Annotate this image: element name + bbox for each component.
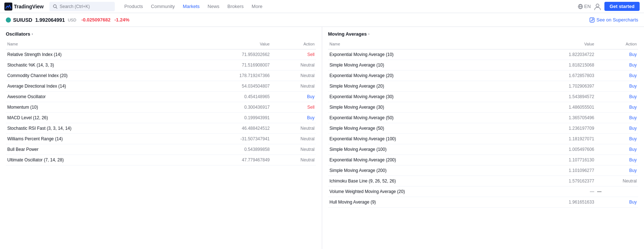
oscillators-chevron: › (32, 32, 33, 36)
osc-name: Ultimate Oscillator (7, 14, 28) (6, 155, 183, 165)
nav-link-more[interactable]: More (248, 2, 266, 11)
ma-value: 1.961651633 (524, 197, 596, 208)
ma-row: Simple Moving Average (10) 1.818215068 B… (328, 60, 638, 71)
ticker-bar: SUIUSD 1.992064991 USD -0.025097682 -1.2… (0, 13, 644, 27)
ma-row: Exponential Moving Average (20) 1.672857… (328, 71, 638, 81)
ma-action: Buy (596, 144, 638, 155)
osc-action: Buy (271, 92, 316, 102)
oscillator-row: Bull Bear Power 0.543899858 Neutral (6, 144, 316, 155)
oscillator-row: Commodity Channel Index (20) 178.7192473… (6, 71, 316, 81)
ma-name: Hull Moving Average (9) (328, 197, 524, 208)
svg-line-2 (56, 7, 57, 8)
nav-link-markets[interactable]: Markets (179, 2, 203, 11)
nav-link-community[interactable]: Community (147, 2, 179, 11)
osc-action: Sell (271, 102, 316, 113)
ticker-coin-icon (6, 17, 11, 23)
ma-value: 1.236197709 (524, 123, 596, 134)
osc-name: Average Directional Index (14) (6, 81, 183, 92)
tradingview-logo-icon (4, 3, 12, 11)
nav-link-news[interactable]: News (204, 2, 223, 11)
ma-name: Simple Moving Average (30) (328, 102, 524, 113)
ma-name: Simple Moving Average (10) (328, 60, 524, 71)
ma-name: Volume Weighted Moving Average (20) (328, 186, 524, 197)
ticker-change: -0.025097682 -1.24% (81, 17, 129, 23)
language-button[interactable]: EN (578, 4, 591, 9)
ma-value: 1.702906397 (524, 81, 596, 92)
ma-value: 1.365705496 (524, 113, 596, 123)
osc-action: Neutral (271, 71, 316, 81)
osc-col-value: Value (183, 40, 271, 49)
oscillator-row: Stochastic %K (14, 3, 3) 71.516908007 Ne… (6, 60, 316, 71)
ma-action: Buy (596, 165, 638, 176)
ma-value: 1.543894572 (524, 92, 596, 102)
ma-row: Simple Moving Average (200) 1.101096277 … (328, 165, 638, 176)
ma-action: Buy (596, 92, 638, 102)
nav-link-products[interactable]: Products (121, 2, 146, 11)
logo[interactable]: TradingView (4, 3, 44, 11)
osc-action: Neutral (271, 81, 316, 92)
ma-row: Exponential Moving Average (10) 1.822034… (328, 49, 638, 60)
get-started-button[interactable]: Get started (604, 2, 640, 11)
ma-name: Exponential Moving Average (100) (328, 134, 524, 144)
ma-row: Simple Moving Average (50) 1.236197709 B… (328, 123, 638, 134)
ma-value: — (524, 186, 596, 197)
osc-value: 47.779467849 (183, 155, 271, 165)
ma-action: Buy (596, 49, 638, 60)
osc-value: 71.516908007 (183, 60, 271, 71)
ma-value: 1.101096277 (524, 165, 596, 176)
ma-row: Volume Weighted Moving Average (20) — — (328, 186, 638, 197)
ma-row: Simple Moving Average (30) 1.486055501 B… (328, 102, 638, 113)
ma-name: Simple Moving Average (200) (328, 165, 524, 176)
osc-name: Stochastic RSI Fast (3, 3, 14, 14) (6, 123, 183, 134)
ma-name: Exponential Moving Average (20) (328, 71, 524, 81)
osc-action: Neutral (271, 134, 316, 144)
ticker-price: 1.992064991 (35, 17, 65, 23)
ticker-unit: USD (68, 18, 76, 22)
ma-value: 1.672857803 (524, 71, 596, 81)
main-content: Oscillators › Name Value Action Relative… (0, 27, 644, 249)
osc-action: Neutral (271, 155, 316, 165)
search-bar[interactable]: Search (Ctrl+K) (49, 2, 115, 11)
ma-value: 1.005497606 (524, 144, 596, 155)
user-icon[interactable] (594, 3, 602, 11)
ma-name: Simple Moving Average (100) (328, 144, 524, 155)
nav-link-brokers[interactable]: Brokers (224, 2, 247, 11)
ma-action: Buy (596, 81, 638, 92)
oscillators-title[interactable]: Oscillators › (6, 31, 316, 37)
see-supercharts-button[interactable]: See on Supercharts (590, 17, 638, 23)
osc-action: Sell (271, 49, 316, 60)
osc-action: Buy (271, 113, 316, 123)
ma-value: 1.822034722 (524, 49, 596, 60)
ma-row: Exponential Moving Average (50) 1.365705… (328, 113, 638, 123)
ticker-change-value: -0.025097682 (81, 17, 110, 23)
osc-name: Relative Strength Index (14) (6, 49, 183, 60)
ma-name: Exponential Moving Average (10) (328, 49, 524, 60)
oscillators-panel: Oscillators › Name Value Action Relative… (0, 27, 322, 249)
osc-action: Neutral (271, 144, 316, 155)
ma-action: Buy (596, 102, 638, 113)
ma-value: 1.818215068 (524, 60, 596, 71)
ticker-name: SUIUSD (13, 17, 32, 23)
ma-row: Simple Moving Average (20) 1.702906397 B… (328, 81, 638, 92)
ma-value: 1.579162377 (524, 176, 596, 186)
osc-value: 178.719247366 (183, 71, 271, 81)
ma-name: Exponential Moving Average (30) (328, 92, 524, 102)
navbar: TradingView Search (Ctrl+K) Products Com… (0, 0, 644, 13)
oscillator-row: Average Directional Index (14) 54.034504… (6, 81, 316, 92)
ma-col-name: Name (328, 40, 524, 49)
oscillator-row: Stochastic RSI Fast (3, 3, 14, 14) 46.48… (6, 123, 316, 134)
ma-row: Ichimoku Base Line (9, 26, 52, 26) 1.579… (328, 176, 638, 186)
ma-col-action: Action (596, 40, 638, 49)
osc-value: 46.488424512 (183, 123, 271, 134)
ma-row: Simple Moving Average (100) 1.005497606 … (328, 144, 638, 155)
moving-averages-chevron: › (368, 32, 369, 36)
svg-point-6 (596, 4, 599, 7)
search-placeholder: Search (Ctrl+K) (60, 4, 90, 9)
moving-averages-panel: Moving Averages › Name Value Action Expo… (322, 27, 644, 249)
moving-averages-title[interactable]: Moving Averages › (328, 31, 638, 37)
ma-col-value: Value (524, 40, 596, 49)
osc-value: 54.034504807 (183, 81, 271, 92)
ma-row: Exponential Moving Average (100) 1.18192… (328, 134, 638, 144)
ma-row: Hull Moving Average (9) 1.961651633 Buy (328, 197, 638, 208)
oscillator-row: Ultimate Oscillator (7, 14, 28) 47.77946… (6, 155, 316, 165)
